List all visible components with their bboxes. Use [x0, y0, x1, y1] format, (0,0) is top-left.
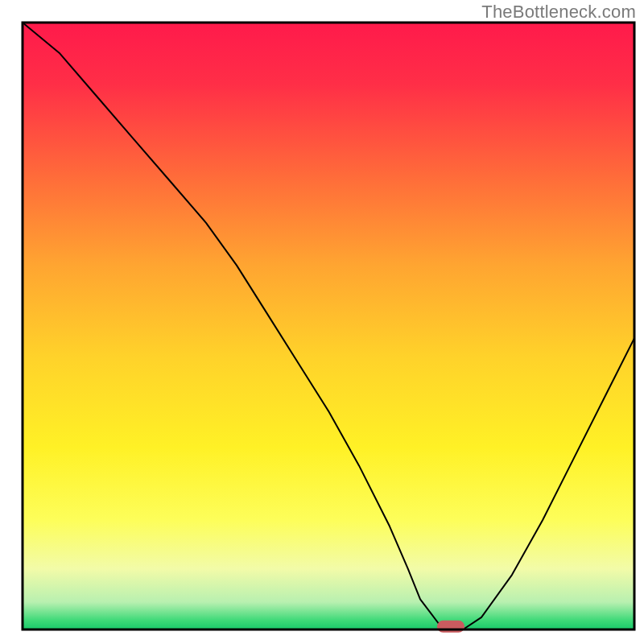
- bottleneck-chart: [0, 0, 644, 644]
- gradient-background: [23, 23, 634, 630]
- plot-area: [23, 23, 634, 633]
- chart-container: TheBottleneck.com: [0, 0, 644, 644]
- optimal-marker: [437, 621, 464, 633]
